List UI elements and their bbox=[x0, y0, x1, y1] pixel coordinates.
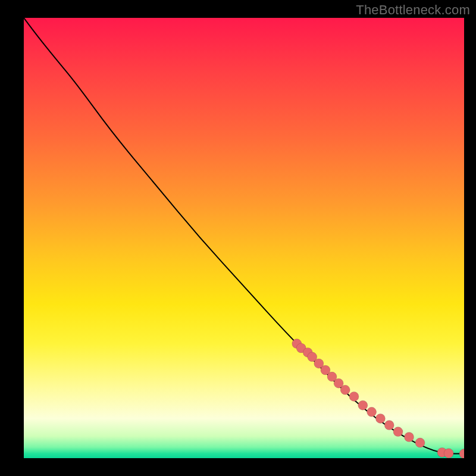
data-point bbox=[405, 432, 414, 441]
data-point bbox=[375, 414, 385, 423]
plot-area bbox=[24, 18, 464, 458]
data-point bbox=[415, 438, 425, 447]
scatter-points bbox=[292, 339, 464, 458]
data-point bbox=[444, 449, 453, 458]
data-point bbox=[349, 392, 359, 401]
chart-overlay bbox=[24, 18, 464, 458]
data-point bbox=[358, 400, 368, 410]
data-point bbox=[367, 407, 377, 416]
watermark-text: TheBottleneck.com bbox=[356, 2, 470, 18]
data-point bbox=[459, 449, 464, 458]
data-point bbox=[340, 385, 350, 394]
data-point bbox=[393, 427, 403, 437]
bottleneck-curve bbox=[24, 18, 464, 454]
chart-frame: TheBottleneck.com bbox=[0, 0, 476, 476]
data-point bbox=[384, 421, 394, 430]
